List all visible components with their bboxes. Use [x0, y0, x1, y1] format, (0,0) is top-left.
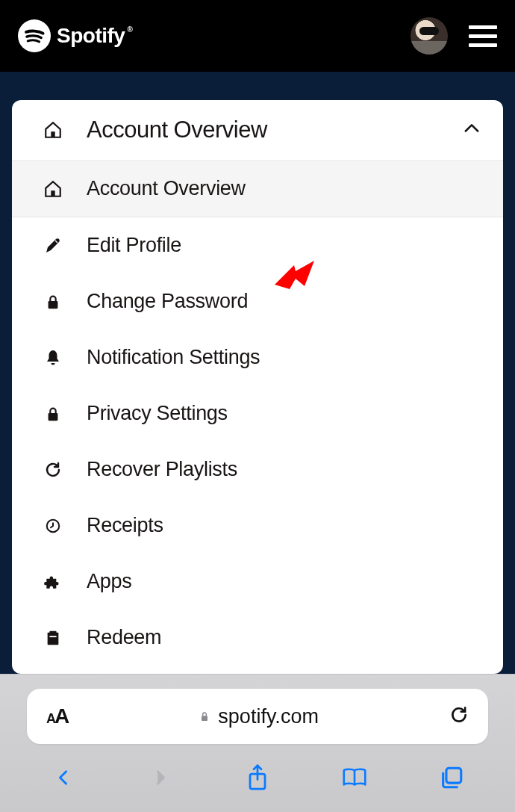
- lock-icon: [43, 292, 63, 312]
- menu-item-apps[interactable]: Apps: [12, 554, 503, 610]
- svg-rect-3: [49, 301, 58, 309]
- puzzle-icon: [43, 572, 63, 592]
- lock-icon: [43, 404, 63, 424]
- svg-rect-2: [51, 190, 54, 196]
- svg-rect-5: [49, 413, 58, 421]
- header-right: [411, 17, 497, 55]
- account-menu-card: Account Overview Account Overview: [12, 100, 503, 674]
- menu-item-label: Notification Settings: [87, 346, 260, 369]
- menu-title: Account Overview: [87, 117, 437, 143]
- pencil-icon: [43, 236, 63, 255]
- home-icon: [43, 179, 63, 199]
- svg-rect-9: [49, 636, 56, 637]
- tabs-button[interactable]: [437, 763, 466, 793]
- chevron-up-icon: [461, 118, 482, 142]
- menu-item-redeem[interactable]: Redeem: [12, 610, 503, 666]
- reload-icon[interactable]: [449, 705, 469, 728]
- menu-item-edit-profile[interactable]: Edit Profile: [12, 217, 503, 273]
- menu-item-recover-playlists[interactable]: Recover Playlists: [12, 441, 503, 498]
- menu-item-label: Apps: [87, 570, 131, 593]
- menu-item-receipts[interactable]: Receipts: [12, 498, 503, 554]
- spotify-logo[interactable]: Spotify: [18, 19, 125, 52]
- menu-item-label: Change Password: [87, 290, 248, 313]
- menu-item-label: Account Overview: [87, 177, 246, 200]
- svg-rect-8: [49, 630, 56, 633]
- user-avatar[interactable]: [411, 17, 448, 55]
- menu-item-change-password[interactable]: Change Password: [12, 273, 503, 329]
- forward-button[interactable]: [146, 763, 175, 793]
- home-icon: [43, 120, 63, 140]
- svg-rect-14: [446, 768, 461, 783]
- spotify-icon: [18, 19, 51, 52]
- menu-header[interactable]: Account Overview: [12, 100, 503, 161]
- card-icon: [43, 628, 63, 648]
- url-text: spotify.com: [218, 705, 319, 728]
- menu-item-account-overview[interactable]: Account Overview: [12, 161, 503, 217]
- url-bar[interactable]: AA spotify.com: [27, 689, 488, 744]
- svg-rect-7: [48, 632, 59, 645]
- menu-item-label: Receipts: [87, 514, 163, 537]
- safari-toolbar: [0, 752, 515, 803]
- url-display: spotify.com: [68, 705, 449, 728]
- svg-rect-1: [51, 131, 54, 137]
- menu-item-label: Edit Profile: [87, 234, 181, 257]
- text-size-icon[interactable]: AA: [46, 704, 68, 728]
- safari-browser-chrome: AA spotify.com: [0, 674, 515, 812]
- hamburger-menu-icon[interactable]: [469, 25, 497, 47]
- menu-item-notification-settings[interactable]: Notification Settings: [12, 329, 503, 385]
- bookmarks-button[interactable]: [340, 763, 369, 793]
- svg-rect-10: [202, 716, 207, 721]
- clock-icon: [43, 516, 63, 536]
- app-header: Spotify: [0, 0, 515, 72]
- lock-icon: [199, 709, 210, 724]
- menu-item-label: Redeem: [87, 626, 161, 649]
- bell-icon: [43, 348, 63, 368]
- share-button[interactable]: [243, 763, 272, 793]
- recover-icon: [43, 460, 63, 480]
- brand-name: Spotify: [57, 24, 125, 48]
- back-button[interactable]: [49, 763, 78, 793]
- menu-item-label: Privacy Settings: [87, 402, 228, 425]
- menu-item-label: Recover Playlists: [87, 458, 237, 481]
- menu-item-privacy-settings[interactable]: Privacy Settings: [12, 385, 503, 441]
- page-background: Account Overview Account Overview: [0, 72, 515, 674]
